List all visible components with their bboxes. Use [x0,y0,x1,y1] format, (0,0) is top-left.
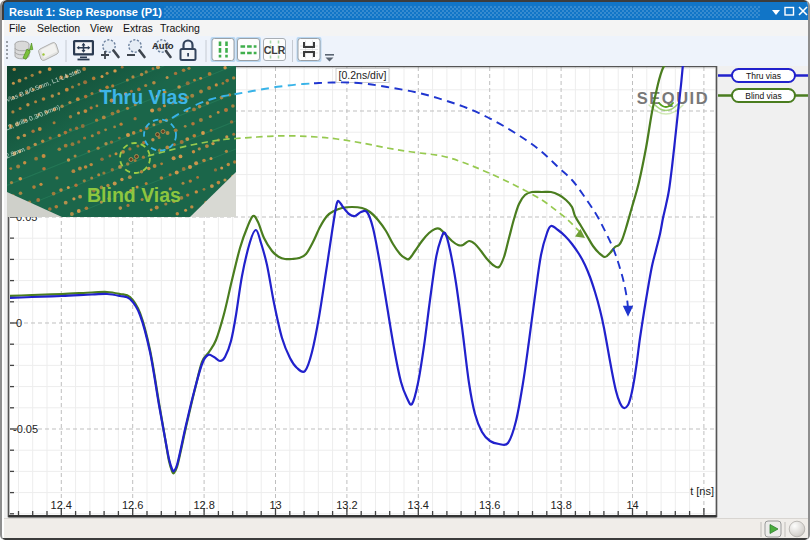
svg-text:[0.2ns/div]: [0.2ns/div] [339,69,387,81]
svg-text:13.8: 13.8 [550,499,571,511]
svg-text:Blind vias: Blind vias [745,91,781,101]
svg-text:13.6: 13.6 [479,499,500,511]
svg-text:Auto: Auto [152,40,174,51]
svg-text:12.6: 12.6 [122,499,143,511]
svg-text:-0.05: -0.05 [13,423,38,435]
svg-text:13: 13 [269,499,281,511]
svg-text:Thru Vias: Thru Vias [100,86,189,108]
svg-text:13.4: 13.4 [408,499,429,511]
svg-text:14: 14 [626,499,638,511]
svg-text:t [ns]: t [ns] [690,485,714,497]
svg-text:Thru vias: Thru vias [746,71,781,81]
svg-text:CLR: CLR [264,44,286,56]
svg-text:12.8: 12.8 [193,499,214,511]
svg-text:Blind Vias: Blind Vias [87,184,181,206]
svg-text:12.4: 12.4 [51,499,72,511]
svg-text:0: 0 [16,317,22,329]
svg-text:13.2: 13.2 [336,499,357,511]
